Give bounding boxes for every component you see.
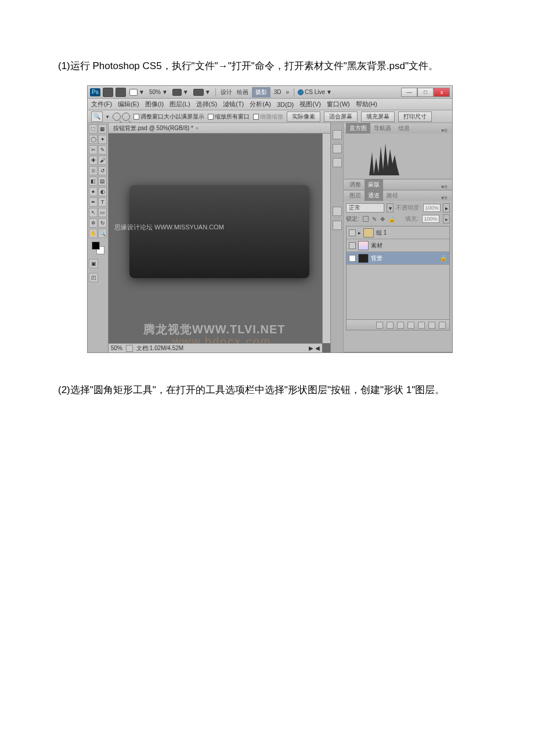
menu-window[interactable]: 窗口(W) [327, 100, 350, 109]
blend-mode-select[interactable]: 正常 [346, 203, 384, 213]
menu-file[interactable]: 文件(F) [91, 100, 112, 109]
visibility-icon[interactable] [349, 229, 356, 236]
hand-tool-icon[interactable]: ✋ [89, 229, 98, 238]
panel-menu-icon[interactable]: ▾≡ [439, 183, 450, 190]
window-minimize-button[interactable]: — [401, 88, 417, 97]
canvas[interactable]: 思缘设计论坛 WWW.MISSYUAN.COM 腾龙视觉WWW.TLVI.NET… [109, 134, 330, 352]
tab-navigator[interactable]: 导航器 [370, 123, 395, 134]
cslive-dropdown[interactable]: CS Live▼ [298, 89, 332, 95]
fill-slider-icon[interactable]: ▸ [443, 214, 450, 224]
layer-item-group[interactable]: ▸ 组 1 [347, 226, 449, 239]
zoom-in-icon[interactable] [113, 113, 121, 121]
eraser-tool-icon[interactable]: ◧ [89, 177, 98, 186]
actual-pixels-button[interactable]: 实际像素 [287, 111, 320, 122]
3d-camera-tool-icon[interactable]: ↻ [98, 218, 107, 228]
window-maximize-button[interactable]: □ [417, 88, 434, 97]
mask-icon[interactable] [397, 322, 404, 329]
workspace-design[interactable]: 设计 [219, 88, 233, 96]
visibility-icon[interactable]: 👁 [349, 255, 356, 262]
brush-tool-icon[interactable]: 🖌 [98, 156, 107, 165]
stamp-tool-icon[interactable]: ⎚ [89, 166, 98, 175]
3d-tool-icon[interactable]: ✲ [89, 218, 98, 228]
tab-layers[interactable]: 图层 [346, 190, 365, 201]
panel-menu-icon[interactable]: ▾≡ [439, 127, 450, 134]
tab-mask[interactable]: 蒙版 [365, 179, 383, 190]
dock-icon-5[interactable] [333, 221, 342, 230]
opacity-input[interactable]: 100% [423, 204, 441, 212]
tab-histogram[interactable]: 直方图 [346, 123, 370, 134]
current-tool-icon[interactable]: 🔍 [91, 111, 103, 122]
panel-menu-icon[interactable]: ▾≡ [439, 195, 450, 201]
menu-select[interactable]: 选择(S) [196, 100, 218, 109]
lock-position-icon[interactable]: ✥ [380, 216, 385, 222]
lock-pixels-icon[interactable]: ✎ [372, 216, 377, 222]
vertical-scrollbar[interactable] [322, 134, 330, 343]
move-tool-icon[interactable]: ⬚ [89, 124, 98, 134]
workspace-3d[interactable]: 3D [273, 89, 283, 95]
scrubby-zoom-checkbox[interactable]: 细微缩放 [253, 113, 283, 121]
eyedropper-tool-icon[interactable]: ✎ [98, 145, 107, 154]
lock-all-icon[interactable]: 🔒 [388, 216, 395, 222]
arrange-docs-dropdown[interactable]: ▼ [192, 89, 212, 96]
window-close-button[interactable]: x [434, 88, 450, 97]
menu-3d[interactable]: 3D(D) [277, 101, 294, 108]
menu-analysis[interactable]: 分析(A) [250, 100, 271, 109]
zoom-out-icon[interactable] [122, 113, 130, 121]
screenmode-tool-icon[interactable]: ◰ [89, 273, 98, 282]
opacity-slider-icon[interactable]: ▸ [443, 203, 450, 213]
dodge-tool-icon[interactable]: ◐ [98, 187, 107, 196]
quickmask-tool-icon[interactable]: ▣ [89, 259, 98, 268]
link-layers-icon[interactable] [376, 322, 383, 329]
pen-tool-icon[interactable]: ✒ [89, 197, 98, 207]
close-icon[interactable]: × [196, 125, 199, 131]
crop-tool-icon[interactable]: ✂ [89, 145, 98, 154]
heal-tool-icon[interactable]: ✚ [89, 156, 98, 165]
chevron-down-icon[interactable]: ▾ [387, 203, 394, 213]
fx-icon[interactable] [387, 322, 394, 329]
resize-window-checkbox[interactable]: 调整窗口大小以满屏显示 [134, 113, 204, 121]
gradient-tool-icon[interactable]: ▤ [98, 177, 107, 186]
zoom-tool-icon[interactable]: 🔍 [98, 229, 107, 238]
bridge-icon[interactable] [103, 88, 113, 97]
adjustment-layer-icon[interactable] [407, 322, 414, 329]
dock-icon-1[interactable] [333, 130, 342, 139]
marquee-tool-icon[interactable]: ▦ [98, 124, 107, 134]
workspace-photography[interactable]: 摄影 [252, 87, 270, 98]
menu-layer[interactable]: 图层(L) [169, 100, 190, 109]
minibridge-icon[interactable] [116, 88, 126, 97]
dock-icon-3[interactable] [333, 158, 342, 167]
color-swatch[interactable] [92, 242, 104, 254]
fill-input[interactable]: 100% [422, 215, 439, 223]
view-extras-dropdown[interactable]: ▼ [171, 89, 190, 96]
blur-tool-icon[interactable]: ● [89, 187, 98, 196]
rotate-icon[interactable] [126, 345, 133, 352]
layer-item-background[interactable]: 👁 背景 🔒 [347, 252, 449, 265]
lasso-tool-icon[interactable]: ◯ [89, 135, 98, 144]
new-layer-icon[interactable] [428, 322, 435, 329]
menu-edit[interactable]: 编辑(E) [118, 100, 139, 109]
layer-item-material[interactable]: 素材 [347, 239, 449, 252]
fill-screen-button[interactable]: 填充屏幕 [361, 111, 395, 122]
tab-paths[interactable]: 路径 [383, 190, 402, 201]
menu-help[interactable]: 帮助(H) [356, 100, 377, 109]
zoom-readout[interactable]: 50% [111, 345, 122, 351]
wand-tool-icon[interactable]: ✦ [98, 135, 107, 144]
tab-adjust[interactable]: 调整 [346, 179, 365, 190]
doc-info-readout[interactable]: 文档:1.02M/4.52M [136, 344, 183, 352]
path-select-tool-icon[interactable]: ↖ [89, 208, 98, 217]
zoom-level-dropdown[interactable]: 50%▼ [148, 89, 169, 95]
tab-info[interactable]: 信息 [395, 123, 413, 134]
layout-dropdown[interactable]: ▼ [128, 89, 146, 96]
document-tab[interactable]: 按钮背景.psd @ 50%(RGB/8) * × [109, 123, 330, 134]
menu-filter[interactable]: 滤镜(T) [223, 100, 244, 109]
history-brush-tool-icon[interactable]: ↺ [98, 166, 107, 175]
dock-icon-2[interactable] [333, 144, 342, 153]
menu-image[interactable]: 图像(I) [145, 100, 164, 109]
visibility-icon[interactable] [349, 242, 356, 249]
trash-icon[interactable] [439, 322, 446, 329]
fg-color-swatch[interactable] [92, 242, 100, 250]
tab-channels[interactable]: 通道 [365, 190, 383, 201]
fit-screen-button[interactable]: 适合屏幕 [324, 111, 358, 122]
menu-view[interactable]: 视图(V) [300, 100, 321, 109]
workspace-paint[interactable]: 绘画 [236, 88, 250, 96]
